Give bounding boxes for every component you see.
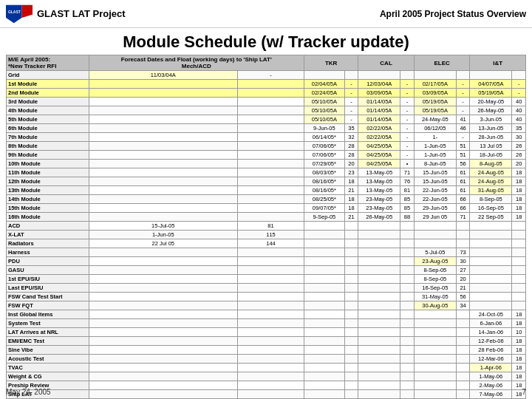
elec-date-cell <box>414 381 456 390</box>
elec-float-cell: 20 <box>456 275 470 284</box>
cal-float-cell: 88 <box>400 213 415 222</box>
cal-date-cell: 03/09/05A <box>358 89 400 98</box>
cal-float-cell <box>400 231 415 239</box>
iat-date-cell: 28-Jun-05 <box>470 133 512 142</box>
iat-date-cell: 7-May-06 <box>470 390 512 399</box>
cal-date-cell <box>358 284 400 293</box>
tkr-date-cell: 9-Jun-05 <box>304 124 345 133</box>
tkr-float-cell <box>344 284 358 293</box>
mech-date-cell <box>89 266 237 275</box>
elec-float-cell: 61 <box>456 186 470 195</box>
tkr-date-cell <box>304 257 345 266</box>
iat-date-cell: 12-Feb-06 <box>470 337 512 346</box>
elec-float-cell: 46 <box>456 124 470 133</box>
iat-float-cell: 40 <box>512 98 526 106</box>
mech-float-cell: 81 <box>238 222 304 231</box>
row-label-cell: 12th Module <box>7 177 89 186</box>
iat-float-cell <box>512 231 526 239</box>
cal-date-cell <box>358 337 400 346</box>
row-label-cell: 6th Module <box>7 124 89 133</box>
table-row: 7th Module06/14/05*3202/22/05A-1--28-Jun… <box>7 133 526 142</box>
elec-float-cell: 71 <box>456 213 470 222</box>
row-label-cell: System Test <box>7 319 89 328</box>
iat-float-cell: 26 <box>512 151 526 160</box>
elec-float-cell: 51 <box>456 142 470 151</box>
iat-float-cell <box>512 71 526 80</box>
tkr-float-cell: 23 <box>344 168 358 177</box>
tkr-float-cell <box>344 372 358 381</box>
row-label-cell: ACD <box>7 222 89 231</box>
elec-date-cell <box>414 328 456 337</box>
cal-float-cell: 85 <box>400 204 415 213</box>
footer-date: May 24, 2005 <box>6 388 51 396</box>
tkr-date-cell: 05/10/05A <box>304 106 345 115</box>
iat-date-cell: 24-Aug-05 <box>470 177 512 186</box>
elec-float-cell: 41 <box>456 115 470 124</box>
mech-float-cell <box>238 89 304 98</box>
iat-float-cell <box>512 293 526 301</box>
tkr-float-cell: 20 <box>344 160 358 168</box>
tkr-float-cell: 18 <box>344 195 358 204</box>
tkr-date-cell <box>304 239 345 248</box>
cal-date-cell: 13-May-05 <box>358 177 400 186</box>
iat-date-cell: 8-Aug-05 <box>470 160 512 168</box>
mech-float-cell <box>238 80 304 89</box>
elec-date-cell: 5-Jul-05 <box>414 248 456 257</box>
mech-date-cell <box>89 390 237 399</box>
table-row: 12th Module08/16/05*1813-May-057615-Jun-… <box>7 177 526 186</box>
cal-float-cell <box>400 381 415 390</box>
cal-date-cell <box>358 248 400 257</box>
tkr-date-cell: 07/29/05* <box>304 160 345 168</box>
tkr-float-cell: 35 <box>344 124 358 133</box>
table-row: FSW Cand Test Start31-May-0556 <box>7 293 526 301</box>
elec-float-cell: - <box>456 106 470 115</box>
cal-float-cell <box>400 390 415 399</box>
tkr-date-cell <box>304 266 345 275</box>
cal-float-cell <box>400 239 415 248</box>
table-row: FSW FQT30-Aug-0534 <box>7 301 526 310</box>
row-label-cell: 13th Module <box>7 186 89 195</box>
mech-float-cell <box>238 390 304 399</box>
tkr-float-cell <box>344 293 358 301</box>
cal-date-cell <box>358 310 400 319</box>
tkr-float-cell: 18 <box>344 204 358 213</box>
mech-float-cell <box>238 106 304 115</box>
mech-date-cell <box>89 115 237 124</box>
table-row: 9th Module07/06/05*2804/25/05A-1-Jun-055… <box>7 151 526 160</box>
table-row: System Test6-Jan-0618 <box>7 319 526 328</box>
mech-date-cell <box>89 381 237 390</box>
elec-date-cell: 29 Jun 05 <box>414 213 456 222</box>
elec-date-cell <box>414 222 456 231</box>
mech-float-cell <box>238 115 304 124</box>
tkr-date-cell <box>304 364 345 372</box>
cal-date-cell <box>358 275 400 284</box>
cal-float-cell <box>400 275 415 284</box>
iat-date-cell: 18-Jul-05 <box>470 151 512 160</box>
elec-float-cell <box>456 355 470 364</box>
iat-float-cell <box>512 266 526 275</box>
mech-float-cell <box>238 133 304 142</box>
elec-float-cell <box>456 337 470 346</box>
iat-date-cell: 31-Aug-05 <box>470 186 512 195</box>
mech-date-cell <box>89 160 237 168</box>
cal-float-cell: - <box>400 115 415 124</box>
iat-date-cell: 1-Apr-06 <box>470 364 512 372</box>
cal-date-cell <box>358 381 400 390</box>
table-row: 1st Module02/04/05A-12/03/04A-02/17/05A-… <box>7 80 526 89</box>
row-label-cell: Last EPU/SIU <box>7 284 89 293</box>
iat-date-cell: 13-Jun-05 <box>470 124 512 133</box>
elec-date-cell <box>414 337 456 346</box>
col-header-cal: CAL <box>358 55 415 71</box>
iat-float-cell: 18 <box>512 213 526 222</box>
iat-date-cell: 20-May-05 <box>470 98 512 106</box>
elec-float-cell <box>456 381 470 390</box>
iat-float-cell: 18 <box>512 355 526 364</box>
iat-float-cell: 18 <box>512 364 526 372</box>
cal-float-cell: - <box>400 98 415 106</box>
elec-date-cell: 05/19/05A <box>414 98 456 106</box>
cal-date-cell <box>358 372 400 381</box>
elec-float-cell: - <box>456 98 470 106</box>
cal-date-cell <box>358 293 400 301</box>
mech-date-cell <box>89 177 237 186</box>
tkr-date-cell <box>304 284 345 293</box>
